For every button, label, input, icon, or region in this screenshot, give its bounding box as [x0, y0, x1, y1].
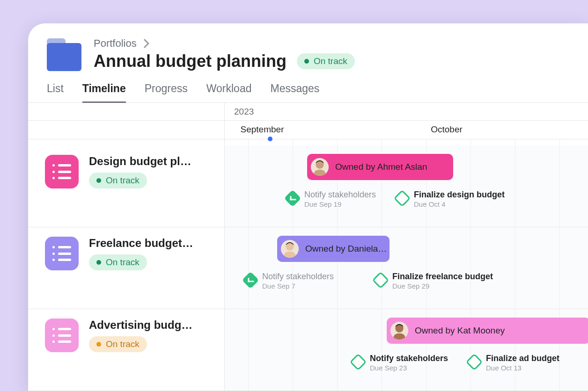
- milestone-done-icon: [242, 272, 259, 289]
- owner-label: Owned by Kat Mooney: [415, 326, 505, 336]
- milestone-title: Finalize freelance budget: [392, 271, 493, 282]
- milestone[interactable]: Finalize design budgetDue Oct 4: [396, 189, 505, 209]
- status-dot-icon: [304, 59, 309, 64]
- owner-avatar: [281, 240, 299, 258]
- tab-list[interactable]: List: [47, 82, 64, 102]
- owner-avatar: [390, 322, 408, 340]
- project-list-icon: [45, 237, 79, 270]
- project-rows: Design budget pl…On trackOwned by Ahmet …: [28, 145, 588, 391]
- month-label-october: October: [431, 124, 463, 135]
- project-info[interactable]: Freelance budget…On track: [28, 227, 225, 309]
- owner-label: Owned by Daniela…: [305, 244, 387, 254]
- project-status-label: On track: [106, 339, 140, 349]
- project-timeline-lane[interactable]: Owned by Daniela…Notify stakeholdersDue …: [225, 227, 588, 309]
- project-timeline-lane[interactable]: Owned by Kat MooneyNotify stakeholdersDu…: [225, 309, 588, 391]
- status-dot-icon: [96, 178, 101, 183]
- project-name[interactable]: Design budget pl…: [89, 155, 213, 168]
- timeline-grid[interactable]: 2023 September October: [225, 103, 588, 146]
- milestone[interactable]: Finalize freelance budgetDue Sep 29: [375, 271, 493, 290]
- project-info[interactable]: Design budget pl…On track: [28, 145, 225, 227]
- milestone-title: Finalize ad budget: [486, 353, 559, 364]
- milestone[interactable]: Finalize ad budgetDue Oct 13: [468, 353, 559, 372]
- project-row: Freelance budget…On trackOwned by Daniel…: [28, 227, 588, 309]
- milestone-done-icon: [284, 190, 301, 207]
- project-row: Design budget pl…On trackOwned by Ahmet …: [28, 145, 588, 227]
- milestone[interactable]: Notify stakeholdersDue Sep 19: [287, 189, 376, 209]
- milestone-due: Due Oct 13: [486, 364, 559, 373]
- tab-workload[interactable]: Workload: [206, 82, 252, 102]
- project-owner-bar[interactable]: Owned by Kat Mooney: [387, 318, 588, 344]
- project-timeline-lane[interactable]: Owned by Ahmet AslanNotify stakeholdersD…: [225, 145, 588, 227]
- milestone-due: Due Sep 29: [392, 282, 493, 291]
- view-tabs: List Timeline Progress Workload Messages: [28, 73, 588, 103]
- milestone-title: Notify stakeholders: [370, 353, 448, 364]
- today-marker-icon: [268, 137, 272, 141]
- project-list-icon: [45, 155, 79, 188]
- month-label-september: September: [241, 124, 284, 135]
- milestone-open-icon: [394, 190, 411, 207]
- project-status-badge[interactable]: On track: [89, 336, 147, 352]
- milestone-title: Notify stakeholders: [262, 271, 334, 282]
- project-name[interactable]: Advertising budg…: [89, 319, 213, 332]
- chevron-right-icon: [140, 39, 149, 48]
- status-label: On track: [314, 56, 347, 66]
- project-name[interactable]: Freelance budget…: [89, 237, 213, 250]
- tab-timeline[interactable]: Timeline: [82, 82, 126, 102]
- milestone-due: Due Sep 7: [262, 282, 334, 291]
- project-status-label: On track: [106, 175, 140, 186]
- owner-avatar: [311, 158, 329, 176]
- project-info[interactable]: Advertising budg…On track: [28, 309, 225, 391]
- breadcrumb[interactable]: Portfolios: [94, 37, 569, 50]
- owner-label: Owned by Ahmet Aslan: [335, 162, 427, 172]
- project-owner-bar[interactable]: Owned by Ahmet Aslan: [307, 154, 453, 180]
- project-owner-bar[interactable]: Owned by Daniela…: [277, 236, 390, 262]
- tab-progress[interactable]: Progress: [145, 82, 188, 102]
- portfolio-status-badge[interactable]: On track: [297, 53, 355, 69]
- page-header: Portfolios Annual budget planning On tra…: [28, 23, 588, 73]
- milestone-title: Notify stakeholders: [304, 189, 376, 200]
- timeline-month-header: September October: [225, 121, 588, 139]
- status-dot-icon: [96, 260, 101, 265]
- project-status-badge[interactable]: On track: [89, 173, 147, 188]
- project-row: Advertising budg…On trackOwned by Kat Mo…: [28, 309, 588, 391]
- project-status-badge[interactable]: On track: [89, 254, 147, 270]
- milestone-due: Due Sep 23: [370, 364, 448, 373]
- breadcrumb-parent[interactable]: Portfolios: [94, 37, 137, 50]
- project-status-label: On track: [106, 257, 140, 268]
- milestone[interactable]: Notify stakeholdersDue Sep 7: [244, 271, 334, 290]
- portfolio-folder-icon: [47, 38, 81, 73]
- tab-messages[interactable]: Messages: [270, 82, 319, 102]
- milestone-title: Finalize design budget: [414, 189, 505, 200]
- project-list-icon: [45, 319, 79, 352]
- milestone[interactable]: Notify stakeholdersDue Sep 23: [352, 353, 448, 372]
- timeline-view: 2023 September October: [28, 103, 588, 146]
- milestone-due: Due Sep 19: [304, 200, 376, 209]
- milestone-open-icon: [350, 354, 367, 371]
- milestone-due: Due Oct 4: [414, 200, 505, 209]
- app-window: Portfolios Annual budget planning On tra…: [28, 23, 588, 391]
- page-title: Annual budget planning: [94, 51, 287, 71]
- milestone-open-icon: [372, 272, 390, 289]
- milestone-open-icon: [466, 354, 483, 371]
- timeline-year-label: 2023: [225, 103, 588, 121]
- timeline-left-column: [28, 103, 225, 146]
- status-dot-icon: [96, 342, 101, 347]
